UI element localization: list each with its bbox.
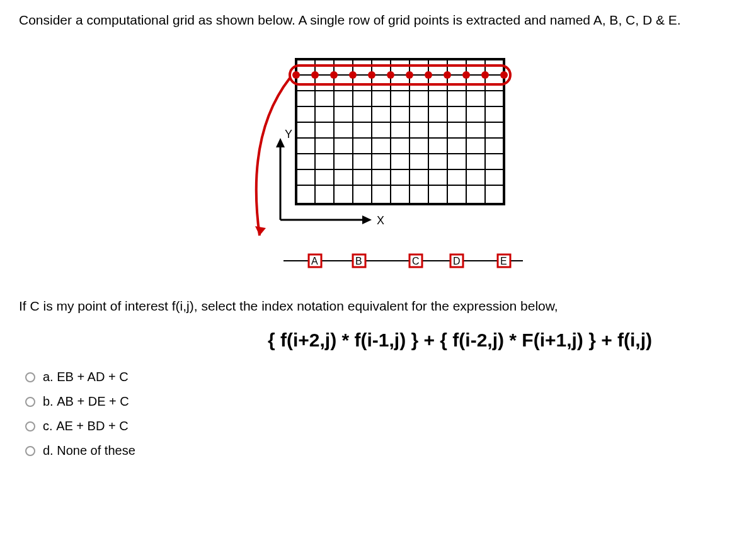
svg-text:A: A (311, 256, 318, 266)
option-text: None of these (57, 443, 135, 458)
svg-marker-38 (276, 138, 285, 147)
radio-icon (25, 421, 35, 432)
svg-point-25 (311, 71, 319, 79)
svg-text:D: D (453, 256, 461, 266)
svg-rect-22 (296, 59, 504, 204)
svg-point-28 (368, 71, 375, 79)
y-axis-label: Y (285, 128, 292, 140)
svg-point-32 (444, 71, 451, 79)
radio-icon (25, 446, 35, 456)
option-c[interactable]: c. AE + BD + C (25, 419, 737, 433)
option-d[interactable]: d. None of these (25, 443, 737, 458)
svg-point-27 (349, 71, 357, 79)
svg-text:B: B (355, 256, 362, 266)
option-text: EB + AD + C (57, 370, 128, 384)
svg-point-31 (425, 71, 432, 79)
svg-point-29 (387, 71, 394, 79)
svg-point-30 (406, 71, 413, 79)
svg-marker-40 (362, 215, 372, 224)
x-axis-label: X (377, 214, 384, 227)
svg-marker-36 (255, 226, 266, 236)
option-text: AB + DE + C (57, 394, 129, 409)
option-text: AE + BD + C (56, 419, 129, 433)
svg-point-33 (462, 71, 470, 79)
svg-text:E: E (500, 256, 507, 266)
question-intro: Consider a computational grid as shown b… (19, 13, 737, 28)
svg-point-34 (481, 71, 489, 79)
option-letter: d. (43, 443, 54, 458)
radio-icon (25, 397, 35, 407)
option-letter: a. (43, 370, 54, 384)
expression-text: { f(i+2,j) * f(i-1,j) } + { f(i-2,j) * F… (183, 329, 737, 351)
option-letter: c. (43, 419, 53, 433)
svg-point-35 (500, 71, 508, 79)
svg-point-26 (330, 71, 338, 79)
diagram-container: Y X A B C D E (19, 47, 737, 280)
option-a[interactable]: a. EB + AD + C (25, 370, 737, 384)
svg-point-24 (292, 71, 300, 79)
option-b[interactable]: b. AB + DE + C (25, 394, 737, 409)
svg-text:C: C (412, 256, 420, 266)
option-letter: b. (43, 394, 54, 409)
options-list: a. EB + AD + C b. AB + DE + C c. AE + BD… (19, 370, 737, 458)
radio-icon (25, 372, 35, 382)
grid-diagram: Y X A B C D E (220, 47, 536, 280)
question-prompt: If C is my point of interest f(i,j), sel… (19, 299, 737, 314)
